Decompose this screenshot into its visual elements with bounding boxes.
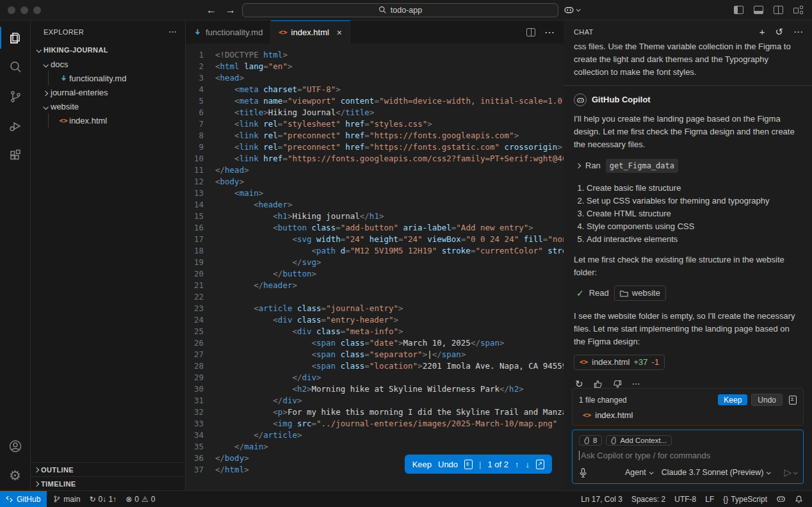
eol-sequence[interactable]: LF	[705, 495, 714, 504]
code-line[interactable]: 15 <h1>Hiking journal</h1>	[186, 211, 564, 222]
undo-button[interactable]: Undo	[438, 460, 458, 469]
branch-indicator[interactable]: main	[53, 495, 80, 504]
code-line[interactable]: 14 <header>	[186, 199, 564, 211]
chat-messages[interactable]: css files. Use the Theme variable collec…	[564, 43, 812, 388]
open-file-icon[interactable]	[536, 460, 544, 469]
code-line[interactable]: 4 <meta charset="UTF-8">	[186, 84, 564, 95]
new-chat-icon[interactable]: +	[759, 26, 765, 37]
code-line[interactable]: 29 </div>	[186, 372, 564, 383]
notifications-bell-icon[interactable]	[795, 495, 803, 504]
tool-run-row[interactable]: Ran get_Figma_data	[576, 159, 802, 173]
timeline-section[interactable]: TIMELINE	[31, 476, 185, 490]
code-editor[interactable]: 1<!DOCTYPE html>2<html lang="en">3<head>…	[186, 44, 564, 490]
extensions-icon[interactable]	[0, 141, 31, 170]
thumbs-up-icon[interactable]	[594, 380, 603, 388]
microphone-icon[interactable]	[579, 468, 587, 478]
code-line[interactable]: 12<body>	[186, 176, 564, 188]
code-line[interactable]: 32 <p>For my hike this morning I did the…	[186, 406, 564, 418]
code-line[interactable]: 13 <main>	[186, 188, 564, 199]
code-line[interactable]: 35 </main>	[186, 441, 564, 453]
view-all-edits-icon[interactable]	[789, 396, 797, 405]
add-context-button[interactable]: Add Context...	[606, 435, 672, 446]
customize-layout-icon[interactable]	[793, 6, 803, 14]
tree-item-functionality.md[interactable]: functionality.md	[31, 71, 185, 85]
toggle-sidebar-icon[interactable]	[734, 6, 743, 14]
code-line[interactable]: 28 <span class="location">2201 Imola Ave…	[186, 360, 564, 372]
thumbs-down-icon[interactable]	[613, 380, 622, 388]
sync-indicator[interactable]: ↻ 0↓ 1↑	[89, 495, 117, 504]
outline-section[interactable]: OUTLINE	[31, 462, 185, 476]
mode-picker[interactable]: Agent	[625, 468, 653, 477]
run-debug-icon[interactable]	[0, 111, 31, 141]
code-line[interactable]: 33 <img src="../journal-enteries/images/…	[186, 418, 564, 430]
tree-item-index.html[interactable]: <>index.html	[31, 113, 185, 127]
rerun-icon[interactable]: ↻	[575, 378, 583, 388]
code-line[interactable]: 19 </svg>	[186, 257, 564, 268]
code-line[interactable]: 26 <span class="date">March 10, 2025</sp…	[186, 337, 564, 349]
changed-file-row[interactable]: <> index.html	[583, 410, 797, 420]
code-line[interactable]: 21 </header>	[186, 280, 564, 291]
code-line[interactable]: 17 <svg width="24" height="24" viewBox="…	[186, 234, 564, 245]
model-picker[interactable]: Claude 3.7 Sonnet (Preview)	[662, 468, 770, 477]
code-line[interactable]: 7 <link rel="stylesheet" href="styles.cs…	[186, 118, 564, 130]
forward-icon[interactable]: →	[225, 4, 236, 16]
changed-file-chip[interactable]: <> index.html +37 -1	[574, 355, 665, 370]
source-control-icon[interactable]	[0, 82, 31, 111]
problems-indicator[interactable]: ⊗ 0 ⚠ 0	[126, 495, 155, 504]
language-mode[interactable]: {} TypeScript	[723, 495, 767, 504]
explorer-icon[interactable]	[0, 23, 31, 52]
attachments-chip[interactable]: 8	[579, 435, 602, 446]
account-icon[interactable]	[0, 431, 31, 461]
back-icon[interactable]: ←	[206, 4, 216, 16]
tab-functionality-md[interactable]: functionality.md	[186, 20, 271, 44]
indentation[interactable]: Spaces: 2	[631, 495, 665, 504]
explorer-more-icon[interactable]: ⋯	[168, 27, 177, 36]
window-controls[interactable]	[8, 6, 41, 14]
code-line[interactable]: 31 </div>	[186, 395, 564, 406]
previous-change-icon[interactable]: ↑	[515, 460, 519, 469]
read-target-chip[interactable]: website	[614, 286, 666, 301]
close-tab-icon[interactable]: ×	[337, 28, 342, 38]
chat-text-input[interactable]: Ask Copilot or type / for commands	[579, 451, 797, 460]
remote-indicator[interactable]: GitHub	[0, 491, 47, 507]
tree-item-docs[interactable]: docs	[31, 57, 185, 71]
command-center-search[interactable]: todo-app	[242, 3, 558, 17]
keep-button[interactable]: Keep	[412, 460, 432, 469]
copilot-menu-button[interactable]	[564, 4, 580, 15]
toggle-panel-icon[interactable]	[754, 6, 763, 14]
cursor-position[interactable]: Ln 17, Col 3	[581, 495, 622, 504]
code-line[interactable]: 5 <meta name="viewport" content="width=d…	[186, 95, 564, 107]
code-line[interactable]: 10 <link href="https://fonts.googleapis.…	[186, 153, 564, 165]
send-button[interactable]: ▷	[784, 467, 797, 478]
code-line[interactable]: 34 </article>	[186, 430, 564, 441]
code-line[interactable]: 9 <link rel="preconnect" href="https://f…	[186, 141, 564, 153]
feedback-more-icon[interactable]: ⋯	[632, 378, 640, 388]
settings-gear-icon[interactable]: ⚙	[0, 461, 31, 490]
next-change-icon[interactable]: ↓	[526, 460, 530, 469]
split-editor-icon[interactable]	[526, 28, 535, 36]
code-line[interactable]: 20 </button>	[186, 268, 564, 280]
editor-more-icon[interactable]: ⋯	[544, 26, 555, 38]
code-line[interactable]: 24 <div class="entry-header">	[186, 314, 564, 326]
tree-item-journal-enteries[interactable]: journal-enteries	[31, 85, 185, 99]
encoding[interactable]: UTF-8	[674, 495, 696, 504]
code-line[interactable]: 6 <title>Hiking Journal</title>	[186, 107, 564, 118]
maximize-window-button[interactable]	[33, 6, 41, 14]
code-line[interactable]: 23 <article class="journal-entry">	[186, 303, 564, 314]
search-view-icon[interactable]	[0, 52, 31, 82]
code-line[interactable]: 22	[186, 291, 564, 303]
code-line[interactable]: 11</head>	[186, 165, 564, 176]
code-line[interactable]: 27 <span class="separator">|</span>	[186, 349, 564, 360]
chat-input-box[interactable]: 8 Add Context... Ask Copilot or type / f…	[572, 430, 804, 484]
code-line[interactable]: 1<!DOCTYPE html>	[186, 49, 564, 61]
copilot-status-icon[interactable]	[776, 494, 786, 504]
keep-all-button[interactable]: Keep	[718, 394, 747, 405]
code-line[interactable]: 30 <h2>Morning hike at Skyline Wildernes…	[186, 383, 564, 395]
toggle-secondary-sidebar-icon[interactable]	[774, 6, 783, 14]
chat-more-icon[interactable]: ⋯	[793, 26, 803, 38]
code-line[interactable]: 25 <div class="meta-info">	[186, 326, 564, 337]
code-line[interactable]: 3<head>	[186, 72, 564, 84]
code-line[interactable]: 16 <button class="add-button" aria-label…	[186, 222, 564, 234]
tab-index-html[interactable]: <> index.html ×	[271, 20, 350, 44]
minimize-window-button[interactable]	[20, 6, 28, 14]
